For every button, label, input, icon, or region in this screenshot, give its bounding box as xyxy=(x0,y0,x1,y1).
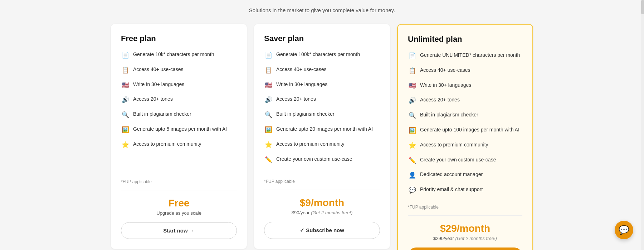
feature-text: Priority email & chat support xyxy=(420,186,483,193)
scrollbar-track xyxy=(641,0,644,250)
feature-item: 🔍Built in plagiarism checker xyxy=(264,111,380,119)
feature-text: Access to premium community xyxy=(420,141,488,149)
price-yearly-unlimited: (Get 2 months free!) xyxy=(455,236,497,241)
feature-icon: 🔊 xyxy=(121,96,130,104)
feature-icon: 📄 xyxy=(408,52,416,60)
price-section-saver: $9/month$90/year (Get 2 months free!)✓ S… xyxy=(264,190,380,239)
feature-icon: 🇺🇸 xyxy=(121,81,130,90)
plan-card-unlimited: Unlimited plan📄Generate UNLIMITED* chara… xyxy=(397,24,533,250)
feature-list-saver: 📄Generate 100k* characters per month📋Acc… xyxy=(264,51,380,175)
feature-icon: 📋 xyxy=(264,66,273,75)
feature-icon: 🖼️ xyxy=(408,126,416,135)
feature-icon: 🔍 xyxy=(408,111,416,120)
feature-icon: 💬 xyxy=(408,186,416,195)
feature-icon: 🇺🇸 xyxy=(408,82,416,90)
plan-card-free: Free plan📄Generate 10k* characters per m… xyxy=(111,24,247,249)
feature-icon: 🖼️ xyxy=(264,126,273,134)
feature-item: 🔍Built in plagiarism checker xyxy=(121,111,237,119)
feature-item: ⭐Access to premium community xyxy=(408,141,522,150)
page-subtitle: Solutions in the market to give you comp… xyxy=(249,7,395,13)
feature-text: Access 20+ tones xyxy=(133,96,173,103)
cta-button-unlimited[interactable]: ✓ Subscribe now xyxy=(408,248,522,250)
feature-text: Generate UNLIMITED* characters per month xyxy=(420,52,520,59)
feature-icon: 📄 xyxy=(121,51,130,60)
plans-container: Free plan📄Generate 10k* characters per m… xyxy=(107,24,537,250)
price-yearly-saver: (Get 2 months free!) xyxy=(311,210,352,215)
feature-text: Write in 30+ languages xyxy=(276,81,327,88)
plan-card-saver: Saver plan📄Generate 100k* characters per… xyxy=(254,24,390,249)
feature-item: 📋Access 40+ use-cases xyxy=(264,66,380,75)
feature-text: Generate 100k* characters per month xyxy=(276,51,360,58)
feature-text: Generate upto 100 images per month with … xyxy=(420,126,519,134)
feature-item: 🇺🇸Write in 30+ languages xyxy=(264,81,380,90)
feature-item: ✏️Create your own custom use-case xyxy=(408,156,522,165)
price-section-free: FreeUpgrade as you scaleStart now → xyxy=(121,190,237,239)
plan-title-unlimited: Unlimited plan xyxy=(408,35,522,44)
feature-icon: 🔊 xyxy=(408,96,416,105)
feature-text: Create your own custom use-case xyxy=(276,156,352,163)
feature-text: Write in 30+ languages xyxy=(133,81,184,88)
feature-text: Access 40+ use-cases xyxy=(420,67,470,74)
feature-item: ⭐Access to premium community xyxy=(264,141,380,149)
feature-item: 🔊Access 20+ tones xyxy=(408,96,522,105)
feature-item: ✏️Create your own custom use-case xyxy=(264,156,380,164)
feature-icon: 🔊 xyxy=(264,96,273,104)
feature-text: Built in plagiarism checker xyxy=(276,111,335,118)
feature-icon: 🔍 xyxy=(121,111,130,119)
feature-text: Generate 10k* characters per month xyxy=(133,51,214,58)
chat-bubble-button[interactable]: 💬 xyxy=(615,221,633,239)
feature-icon: 🔍 xyxy=(264,111,273,119)
fup-note-unlimited: *FUP applicable xyxy=(408,205,522,210)
feature-item: 🇺🇸Write in 30+ languages xyxy=(121,81,237,90)
feature-item: 📄Generate 10k* characters per month xyxy=(121,51,237,60)
price-sub-free: Upgrade as you scale xyxy=(121,210,237,216)
feature-icon: ⭐ xyxy=(264,141,273,149)
price-main-saver: $9/month xyxy=(264,197,380,209)
feature-text: Write in 30+ languages xyxy=(420,82,471,89)
feature-item: 📋Access 40+ use-cases xyxy=(121,66,237,75)
feature-text: Built in plagiarism checker xyxy=(133,111,191,118)
feature-item: 📄Generate UNLIMITED* characters per mont… xyxy=(408,52,522,60)
feature-icon: 📋 xyxy=(121,66,130,75)
price-sub-saver: $90/year (Get 2 months free!) xyxy=(264,210,380,215)
price-section-unlimited: $29/month$290/year (Get 2 months free!)✓… xyxy=(408,215,522,250)
fup-note-saver: *FUP applicable xyxy=(264,179,380,184)
feature-text: Create your own custom use-case xyxy=(420,156,496,164)
feature-list-free: 📄Generate 10k* characters per month📋Acce… xyxy=(121,51,237,176)
cta-button-free[interactable]: Start now → xyxy=(121,222,237,239)
feature-text: Dedicated account manager xyxy=(420,171,483,178)
feature-icon: ✏️ xyxy=(408,156,416,165)
feature-icon: 🇺🇸 xyxy=(264,81,273,90)
feature-text: Built in plagiarism checker xyxy=(420,111,478,119)
cta-button-saver[interactable]: ✓ Subscribe now xyxy=(264,222,380,239)
feature-icon: ✏️ xyxy=(264,156,273,164)
feature-item: 🇺🇸Write in 30+ languages xyxy=(408,82,522,90)
price-main-unlimited: $29/month xyxy=(408,223,522,234)
scrollbar-thumb[interactable] xyxy=(641,0,644,14)
feature-item: 🔊Access 20+ tones xyxy=(121,96,237,104)
feature-item: 💬Priority email & chat support xyxy=(408,186,522,195)
feature-icon: ⭐ xyxy=(121,141,130,149)
feature-text: Generate upto 5 images per month with AI xyxy=(133,126,227,133)
feature-text: Access 40+ use-cases xyxy=(133,66,183,73)
feature-item: 📋Access 40+ use-cases xyxy=(408,67,522,75)
plan-title-saver: Saver plan xyxy=(264,34,380,43)
feature-item: 🖼️Generate upto 20 images per month with… xyxy=(264,126,380,134)
feature-list-unlimited: 📄Generate UNLIMITED* characters per mont… xyxy=(408,52,522,201)
feature-text: Generate upto 20 images per month with A… xyxy=(276,126,373,133)
feature-item: 🖼️Generate upto 100 images per month wit… xyxy=(408,126,522,135)
feature-item: 📄Generate 100k* characters per month xyxy=(264,51,380,60)
feature-item: 🔍Built in plagiarism checker xyxy=(408,111,522,120)
feature-text: Access 40+ use-cases xyxy=(276,66,326,73)
feature-icon: ⭐ xyxy=(408,141,416,150)
feature-item: 🔊Access 20+ tones xyxy=(264,96,380,104)
feature-item: ⭐Access to premium community xyxy=(121,141,237,149)
feature-icon: 📄 xyxy=(264,51,273,60)
feature-text: Access 20+ tones xyxy=(420,96,460,104)
plan-title-free: Free plan xyxy=(121,34,237,43)
price-sub-unlimited: $290/year (Get 2 months free!) xyxy=(408,236,522,241)
feature-item: 🖼️Generate upto 5 images per month with … xyxy=(121,126,237,134)
fup-note-free: *FUP applicable xyxy=(121,179,237,184)
feature-icon: 📋 xyxy=(408,67,416,75)
feature-icon: 🖼️ xyxy=(121,126,130,134)
